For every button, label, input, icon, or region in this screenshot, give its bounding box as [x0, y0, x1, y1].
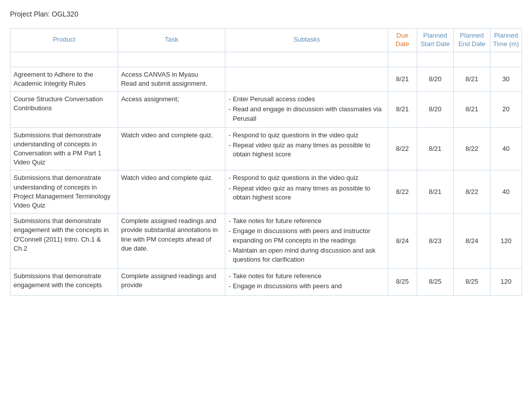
cell-product: Submissions that demonstrate engagement …	[11, 269, 118, 295]
cell-subtasks: -Respond to quiz questions in the video …	[225, 170, 388, 214]
cell-planned-time: 40	[490, 170, 522, 214]
header-product: Product	[11, 29, 118, 52]
cell-planned-time: 120	[490, 214, 522, 269]
cell-due-date: 8/24	[388, 214, 417, 269]
table-row: Submissions that demonstrate understandi…	[11, 127, 522, 170]
subtask-item: -Repeat video quiz as many times as poss…	[228, 141, 385, 159]
cell-product: Submissions that demonstrate engagement …	[11, 214, 118, 269]
header-planned-end: Planned End Date	[453, 29, 490, 52]
header-planned-start: Planned Start Date	[417, 29, 453, 52]
cell-product: Submissions that demonstrate understandi…	[11, 127, 118, 170]
cell-planned-start: 8/25	[417, 269, 453, 295]
cell-task: Access assignment;	[118, 92, 225, 128]
subtask-item: -Repeat video quiz as many times as poss…	[228, 184, 385, 202]
cell-planned-start: 8/21	[417, 127, 453, 170]
subtask-item: -Respond to quiz questions in the video …	[228, 131, 385, 140]
cell-subtasks: -Take notes for future reference-Engage …	[225, 269, 388, 295]
cell-task: Watch video and complete quiz.	[118, 127, 225, 170]
subtask-item: -Read and engage in discussion with clas…	[228, 105, 385, 123]
cell-task: Access CANVAS in Myasu Read and submit a…	[118, 67, 225, 91]
spacer-cell	[388, 52, 417, 67]
header-planned-time: Planned Time (m)	[490, 29, 522, 52]
cell-planned-time: 40	[490, 127, 522, 170]
table-row: Submissions that demonstrate engagement …	[11, 269, 522, 295]
header-subtasks: Subtasks	[225, 29, 388, 52]
table-row: Agreement to Adhere to the Academic Inte…	[11, 67, 522, 91]
spacer-cell	[417, 52, 453, 67]
subtask-item: -Maintain an open mind during discussion…	[228, 246, 385, 264]
cell-planned-end: 8/21	[453, 92, 490, 128]
header-due-date: Due Date	[388, 29, 417, 52]
cell-subtasks: -Take notes for future reference-Engage …	[225, 214, 388, 269]
spacer-cell	[225, 52, 388, 67]
header-task: Task	[118, 29, 225, 52]
cell-planned-start: 8/20	[417, 92, 453, 128]
spacer-cell	[490, 52, 522, 67]
table-row: Submissions that demonstrate understandi…	[11, 170, 522, 214]
cell-due-date: 8/25	[388, 269, 417, 295]
cell-planned-time: 20	[490, 92, 522, 128]
spacer-cell	[11, 52, 118, 67]
subtask-item: -Enter Perusall access codes	[228, 95, 385, 104]
cell-product: Submissions that demonstrate understandi…	[11, 170, 118, 214]
spacer-cell	[453, 52, 490, 67]
cell-task: Watch video and complete quiz.	[118, 170, 225, 214]
cell-planned-end: 8/22	[453, 170, 490, 214]
cell-product: Agreement to Adhere to the Academic Inte…	[11, 67, 118, 91]
table-row: Course Structure Conversation Contributi…	[11, 92, 522, 128]
cell-planned-end: 8/25	[453, 269, 490, 295]
project-plan-table: Product Task Subtasks Due Date Planned S…	[10, 28, 522, 296]
subtask-item: -Take notes for future reference	[228, 272, 385, 281]
cell-product: Course Structure Conversation Contributi…	[11, 92, 118, 128]
cell-planned-time: 30	[490, 67, 522, 91]
cell-planned-start: 8/20	[417, 67, 453, 91]
subtask-item: -Take notes for future reference	[228, 217, 385, 226]
table-row: Submissions that demonstrate engagement …	[11, 214, 522, 269]
cell-subtasks	[225, 67, 388, 91]
cell-planned-start: 8/23	[417, 214, 453, 269]
subtask-item: -Engage in discussions with peers and in…	[228, 227, 385, 245]
page-title: Project Plan: OGL320	[10, 10, 522, 18]
cell-planned-time: 120	[490, 269, 522, 295]
cell-due-date: 8/22	[388, 170, 417, 214]
cell-planned-end: 8/22	[453, 127, 490, 170]
cell-subtasks: -Enter Perusall access codes-Read and en…	[225, 92, 388, 128]
cell-planned-start: 8/21	[417, 170, 453, 214]
cell-planned-end: 8/24	[453, 214, 490, 269]
cell-due-date: 8/21	[388, 67, 417, 91]
cell-task: Complete assigned readings and provide	[118, 269, 225, 295]
spacer-cell	[118, 52, 225, 67]
cell-due-date: 8/22	[388, 127, 417, 170]
table-wrapper: Product Task Subtasks Due Date Planned S…	[10, 28, 522, 296]
cell-planned-end: 8/21	[453, 67, 490, 91]
subtask-item: -Respond to quiz questions in the video …	[228, 173, 385, 182]
cell-due-date: 8/21	[388, 92, 417, 128]
subtask-item: -Engage in discussions with peers and	[228, 282, 385, 291]
cell-subtasks: -Respond to quiz questions in the video …	[225, 127, 388, 170]
cell-task: Complete assigned readings and provide s…	[118, 214, 225, 269]
